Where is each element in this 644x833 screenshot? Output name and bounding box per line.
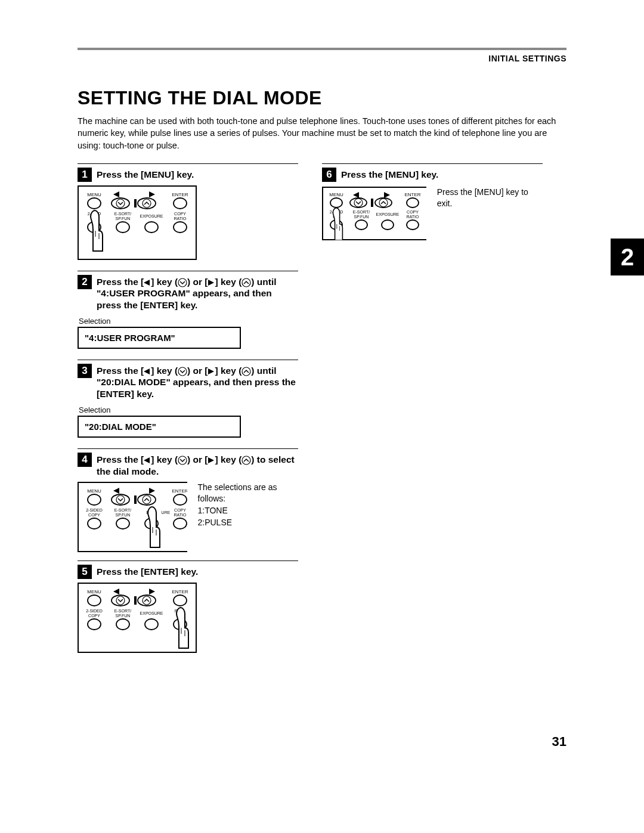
svg-text:COPY: COPY xyxy=(88,614,100,618)
svg-rect-7 xyxy=(134,199,137,208)
svg-text:SP.FUN: SP.FUN xyxy=(116,513,131,517)
svg-point-44 xyxy=(88,595,101,606)
svg-text:E-SORT/: E-SORT/ xyxy=(114,212,131,216)
chapter-tab-number: 2 xyxy=(621,244,634,271)
step-title: Press the [] key () or [] key () until "… xyxy=(97,364,298,400)
svg-point-77 xyxy=(407,220,419,230)
svg-point-38 xyxy=(116,518,129,529)
intro-text: The machine can be used with both touch-… xyxy=(78,115,566,151)
step-title: Press the [MENU] key. xyxy=(97,168,298,180)
svg-text:URE: URE xyxy=(162,510,171,515)
svg-text:SP.FUN: SP.FUN xyxy=(116,614,131,618)
selection-label: Selection xyxy=(79,317,298,326)
svg-text:SP.FUN: SP.FUN xyxy=(116,216,131,221)
section-title: INITIAL SETTINGS xyxy=(78,54,566,63)
svg-point-75 xyxy=(355,220,367,230)
step-title: Press the [] key () or [] key () to sele… xyxy=(97,453,298,477)
svg-text:MENU: MENU xyxy=(87,488,101,494)
circled-down-icon xyxy=(178,278,187,287)
lcd-display: "20:DIAL MODE" xyxy=(78,416,241,438)
svg-point-24 xyxy=(88,494,101,505)
step-6-header: 6 Press the [MENU] key. xyxy=(322,168,543,182)
svg-point-55 xyxy=(88,619,101,630)
svg-text:ENTER: ENTER xyxy=(172,589,188,594)
menu-label: MENU xyxy=(87,192,101,197)
svg-point-66 xyxy=(407,198,419,208)
svg-point-18 xyxy=(116,222,129,233)
svg-point-62 xyxy=(330,198,342,208)
svg-text:2-SIDED: 2-SIDED xyxy=(86,609,103,613)
step-3-header: 3 Press the [] key () or [] key () until… xyxy=(78,364,298,400)
svg-point-47 xyxy=(138,595,156,606)
lcd-display: "4:USER PROGRAM" xyxy=(78,327,241,349)
control-panel-diagram: MENU ENTER 2-S ED C Y E-SORT/ SP.FUN xyxy=(322,187,426,240)
triangle-left-icon xyxy=(144,280,151,286)
triangle-left-icon xyxy=(144,457,151,463)
circled-up-icon xyxy=(242,367,251,376)
step-divider xyxy=(78,448,298,449)
svg-point-56 xyxy=(116,619,129,630)
step-4-header: 4 Press the [] key () or [] key () to se… xyxy=(78,453,298,477)
selection-label: Selection xyxy=(79,405,298,414)
svg-text:E-SORT/: E-SORT/ xyxy=(114,508,131,512)
svg-text:ENTER: ENTER xyxy=(404,192,420,197)
step-number: 1 xyxy=(78,168,92,182)
svg-point-5 xyxy=(88,198,101,209)
control-panel-diagram: MENU ENTER 2-SIDED COPY E-SORT/ SP.FUN E… xyxy=(78,583,197,653)
step-title: Press the [MENU] key. xyxy=(341,168,543,180)
svg-text:RATIO: RATIO xyxy=(174,513,187,517)
svg-point-37 xyxy=(88,518,101,529)
svg-text:RATIO: RATIO xyxy=(407,215,419,219)
triangle-right-icon xyxy=(208,280,215,286)
svg-text:COPY: COPY xyxy=(174,212,186,216)
svg-text:E-SORT/: E-SORT/ xyxy=(114,609,131,613)
svg-point-65 xyxy=(375,198,392,208)
step-number: 5 xyxy=(78,565,92,579)
triangle-right-icon xyxy=(208,368,215,374)
svg-point-20 xyxy=(174,222,187,233)
svg-point-57 xyxy=(145,619,158,630)
control-panel-diagram: MENU ENTER 2-SIDED COPY E-SORT/ SP.FUN xyxy=(78,482,187,552)
svg-point-76 xyxy=(382,220,394,230)
svg-rect-46 xyxy=(134,596,137,605)
control-panel-diagram: MENU ENTER 2-S ED C Y E-SORT/ SP.FUN xyxy=(78,185,197,260)
svg-text:E-SORT/: E-SORT/ xyxy=(353,210,370,214)
step-2-header: 2 Press the [] key () or [] key () until… xyxy=(78,275,298,311)
page-number: 31 xyxy=(552,734,566,750)
header-rule xyxy=(78,48,566,50)
svg-point-40 xyxy=(174,518,187,529)
svg-text:MENU: MENU xyxy=(87,589,101,594)
step-title: Press the [] key () or [] key () until "… xyxy=(97,275,298,311)
step-divider xyxy=(78,271,298,271)
svg-point-6 xyxy=(112,198,129,209)
svg-text:SP.FUN: SP.FUN xyxy=(354,215,369,219)
svg-text:COPY: COPY xyxy=(88,513,100,517)
triangle-right-icon xyxy=(208,457,215,463)
svg-point-19 xyxy=(145,222,158,233)
circled-down-icon xyxy=(178,367,187,376)
step-number: 3 xyxy=(78,364,92,378)
svg-text:ENTER: ENTER xyxy=(172,488,187,494)
svg-text:RATIO: RATIO xyxy=(174,216,187,221)
circled-up-icon xyxy=(242,456,251,465)
chapter-tab: 2 xyxy=(611,239,644,275)
svg-text:2-SIDED: 2-SIDED xyxy=(86,508,103,512)
triangle-left-icon xyxy=(144,368,151,374)
step-number: 4 xyxy=(78,453,92,467)
svg-rect-26 xyxy=(134,496,137,504)
svg-point-45 xyxy=(112,595,129,606)
step-5-header: 5 Press the [ENTER] key. xyxy=(78,565,298,579)
svg-text:COPY: COPY xyxy=(407,210,419,214)
circled-up-icon xyxy=(242,278,251,287)
step-4-side-text: The selections are as follows: 1:TONE 2:… xyxy=(198,482,299,528)
svg-point-63 xyxy=(350,198,367,208)
svg-point-48 xyxy=(174,595,187,606)
step-divider xyxy=(78,163,298,164)
step-title: Press the [ENTER] key. xyxy=(97,565,298,577)
svg-text:COPY: COPY xyxy=(174,508,186,512)
svg-point-28 xyxy=(174,494,187,505)
circled-down-icon xyxy=(178,456,187,465)
page-title: SETTING THE DIAL MODE xyxy=(78,87,566,109)
svg-point-8 xyxy=(138,198,156,209)
svg-text:EXPOSURE: EXPOSURE xyxy=(140,214,163,218)
